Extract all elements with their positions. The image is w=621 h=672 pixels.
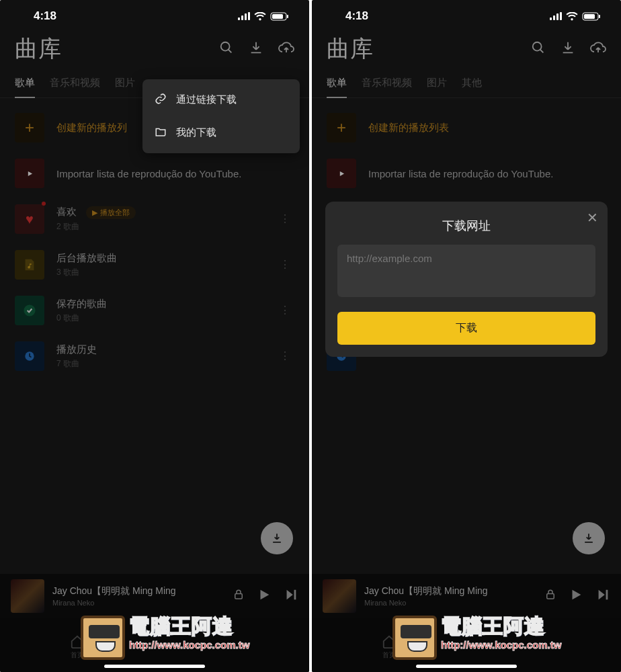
dialog-title: 下载网址 xyxy=(337,218,595,234)
header: 曲库 xyxy=(0,28,309,71)
player-bar[interactable]: Jay Chou【明明就 Ming Ming Mirana Neko xyxy=(312,574,621,618)
plus-icon: + xyxy=(327,113,356,142)
page-title: 曲库 xyxy=(15,34,62,65)
fab-download-button[interactable] xyxy=(261,522,293,554)
list-item-label: Importar lista de reprodução do YouTube. xyxy=(368,168,553,179)
battery-icon xyxy=(270,12,289,21)
notification-dot xyxy=(42,202,46,206)
play-icon[interactable] xyxy=(569,587,583,605)
history-row[interactable]: 播放历史 7 歌曲 ⋮ xyxy=(0,333,309,379)
svg-rect-9 xyxy=(584,14,595,19)
home-indicator xyxy=(104,665,205,668)
search-icon[interactable] xyxy=(219,40,234,58)
status-time: 4:18 xyxy=(34,9,56,23)
import-youtube-row[interactable]: Importar lista de reprodução do YouTube. xyxy=(312,151,621,196)
cloud-upload-icon[interactable] xyxy=(590,40,606,58)
list-item-sub: 3 歌曲 xyxy=(56,267,117,278)
lock-icon[interactable] xyxy=(233,588,245,604)
tab-images[interactable]: 图片 xyxy=(427,71,447,97)
signal-icon xyxy=(238,12,250,20)
svg-rect-10 xyxy=(599,15,600,18)
svg-rect-1 xyxy=(272,14,283,19)
wifi-icon xyxy=(254,12,266,21)
tab-music-video[interactable]: 音乐和视频 xyxy=(50,71,100,97)
status-time: 4:18 xyxy=(345,9,368,23)
more-icon[interactable]: ⋮ xyxy=(276,304,294,317)
player-bar[interactable]: Jay Chou【明明就 Ming Ming Mirana Neko xyxy=(0,574,309,618)
track-title: Jay Chou【明明就 Ming Ming xyxy=(364,585,536,597)
play-icon[interactable] xyxy=(257,587,272,605)
favorites-row[interactable]: ♥ 喜欢 ▶ 播放全部 2 歌曲 ⋮ xyxy=(0,196,309,242)
cloud-upload-icon[interactable] xyxy=(278,40,294,58)
create-playlist-row[interactable]: + 创建新的播放列表 xyxy=(312,105,621,151)
list-item-sub: 0 歌曲 xyxy=(56,312,107,324)
list-item-label: 保存的歌曲 xyxy=(56,298,107,310)
more-icon[interactable]: ⋮ xyxy=(276,213,294,225)
page-title: 曲库 xyxy=(327,34,374,65)
track-artist: Mirana Neko xyxy=(52,599,224,607)
album-art xyxy=(11,579,44,613)
list-item-label: 创建新的播放列表 xyxy=(368,122,449,134)
status-bar: 4:18 xyxy=(312,0,621,28)
import-youtube-row[interactable]: Importar lista de reprodução do YouTube. xyxy=(0,151,309,196)
list-item-label: 创建新的播放列 xyxy=(56,122,127,134)
list-item-label: 后台播放歌曲 xyxy=(56,252,117,265)
youtube-icon xyxy=(15,159,44,188)
tabs: 歌单 音乐和视频 图片 其他 xyxy=(312,71,621,98)
folder-icon xyxy=(155,126,167,140)
svg-rect-15 xyxy=(547,594,554,599)
phone-screen-right: 4:18 曲库 歌单 音乐和视频 图片 其他 + 创建新的播放列 xyxy=(312,0,621,672)
download-dropdown: 通过链接下载 我的下载 xyxy=(142,79,300,153)
tab-other[interactable]: 其他 xyxy=(462,71,482,97)
svg-line-12 xyxy=(540,50,544,53)
phone-screen-left: 4:18 曲库 xyxy=(0,0,309,672)
bottom-nav: 首页 曲库 xyxy=(0,618,309,672)
lock-icon[interactable] xyxy=(544,588,556,604)
tab-playlists[interactable]: 歌单 xyxy=(15,71,35,97)
track-title: Jay Chou【明明就 Ming Ming xyxy=(52,585,224,597)
track-artist: Mirana Neko xyxy=(364,599,536,607)
signal-icon xyxy=(550,12,562,20)
svg-rect-2 xyxy=(287,15,288,18)
close-icon[interactable]: ✕ xyxy=(587,210,598,226)
more-icon[interactable]: ⋮ xyxy=(276,350,294,362)
tab-music-video[interactable]: 音乐和视频 xyxy=(362,71,412,97)
download-icon[interactable] xyxy=(561,40,575,58)
tab-playlists[interactable]: 歌单 xyxy=(327,71,347,97)
list-item-sub: 2 歌曲 xyxy=(56,221,136,233)
youtube-icon xyxy=(327,159,356,188)
list-item-label: Importar lista de reprodução do YouTube. xyxy=(56,168,241,179)
nav-home[interactable]: 首页 xyxy=(312,618,466,672)
heart-icon: ♥ xyxy=(15,204,44,234)
svg-point-11 xyxy=(533,42,542,51)
search-icon[interactable] xyxy=(531,40,546,58)
status-bar: 4:18 xyxy=(0,0,309,28)
header: 曲库 xyxy=(312,28,621,71)
fab-download-button[interactable] xyxy=(573,522,605,554)
plus-icon: + xyxy=(15,113,44,142)
wifi-icon xyxy=(566,12,578,21)
next-icon[interactable] xyxy=(595,587,610,605)
nav-home[interactable]: 首页 xyxy=(0,618,155,672)
more-icon[interactable]: ⋮ xyxy=(276,259,294,271)
play-all-badge[interactable]: ▶ 播放全部 xyxy=(86,206,136,219)
list-item-label: 喜欢 xyxy=(56,206,77,217)
background-play-row[interactable]: 后台播放歌曲 3 歌曲 ⋮ xyxy=(0,242,309,288)
download-url-dialog: ✕ 下载网址 下载 xyxy=(325,202,608,357)
menu-my-downloads[interactable]: 我的下载 xyxy=(142,116,300,149)
menu-download-via-link[interactable]: 通过链接下载 xyxy=(142,83,300,116)
download-icon[interactable] xyxy=(249,40,263,58)
bottom-nav: 首页 曲库 xyxy=(312,618,621,672)
next-icon[interactable] xyxy=(284,587,298,605)
clock-icon xyxy=(15,341,44,371)
music-file-icon xyxy=(15,250,44,280)
home-indicator xyxy=(416,665,517,668)
url-input[interactable] xyxy=(337,245,595,297)
saved-songs-row[interactable]: 保存的歌曲 0 歌曲 ⋮ xyxy=(0,288,309,333)
link-icon xyxy=(155,93,167,107)
svg-rect-7 xyxy=(235,594,243,599)
svg-point-3 xyxy=(221,42,230,51)
download-button[interactable]: 下载 xyxy=(337,312,595,345)
tab-images[interactable]: 图片 xyxy=(115,71,135,97)
album-art xyxy=(323,579,356,613)
